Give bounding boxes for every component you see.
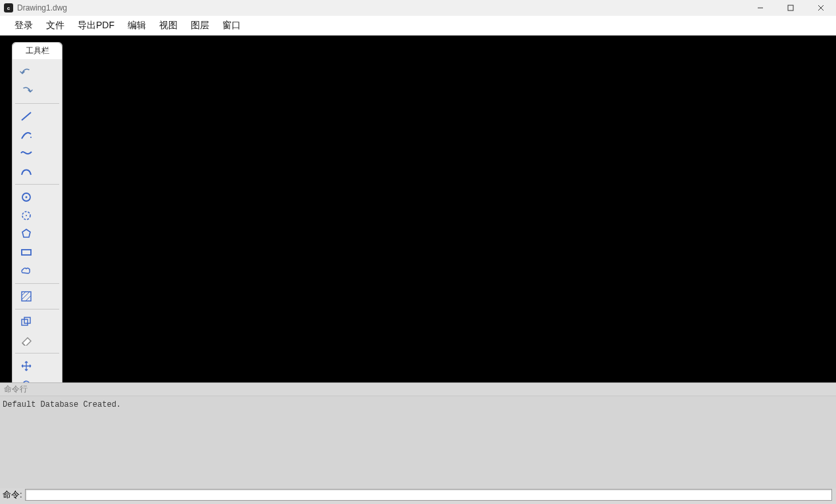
redo-icon (20, 85, 33, 96)
titlebar: c Drawing1.dwg (0, 0, 836, 16)
toolbox-panel: 工具栏 (12, 42, 62, 382)
command-input-row: 命令: (0, 488, 836, 504)
svg-point-9 (26, 215, 27, 216)
drawing-canvas[interactable]: 工具栏 (0, 35, 836, 382)
rectangle-icon (20, 247, 33, 258)
svg-point-7 (26, 196, 28, 198)
undo-button[interactable] (16, 64, 36, 81)
menubar: 登录 文件 导出PDF 编辑 视图 图层 窗口 (0, 16, 836, 35)
toolbox-body (12, 59, 62, 382)
minimize-icon (757, 5, 764, 11)
spline-tool[interactable] (16, 145, 36, 162)
erase-tool[interactable] (16, 332, 36, 349)
command-log[interactable]: Default Database Created. (0, 396, 836, 488)
move-icon (20, 360, 32, 372)
menu-file[interactable]: 文件 (39, 16, 71, 35)
menu-export-pdf[interactable]: 导出PDF (71, 16, 121, 35)
eraser-icon (20, 335, 33, 346)
rotate-tool[interactable] (16, 376, 36, 382)
line-icon (20, 110, 33, 122)
command-panel: 命令行 Default Database Created. 命令: (0, 382, 836, 504)
spline-icon (20, 147, 33, 159)
svg-line-4 (22, 112, 31, 120)
command-prompt-label: 命令: (3, 489, 22, 501)
window-title: Drawing1.dwg (17, 3, 67, 12)
svg-marker-10 (22, 229, 30, 237)
copy-icon (20, 316, 33, 328)
cloud-icon (20, 265, 33, 276)
copy-tool[interactable] (16, 313, 36, 331)
svg-rect-1 (788, 5, 793, 11)
polyline-tool[interactable] (16, 126, 36, 143)
close-icon (818, 5, 824, 11)
menu-login[interactable]: 登录 (8, 16, 39, 35)
command-input[interactable] (25, 489, 832, 501)
app-icon: c (4, 3, 13, 12)
hatch-tool[interactable] (16, 288, 36, 305)
menu-layer[interactable]: 图层 (184, 16, 216, 35)
menu-window[interactable]: 窗口 (216, 16, 247, 35)
minimize-button[interactable] (745, 0, 775, 16)
maximize-icon (787, 5, 794, 11)
move-tool[interactable] (16, 357, 36, 375)
hatch-icon (20, 290, 32, 302)
arc-tool[interactable] (16, 163, 36, 180)
circle-icon (20, 191, 32, 203)
rectangle-tool[interactable] (16, 244, 36, 261)
close-button[interactable] (806, 0, 836, 16)
rotate-icon (20, 378, 32, 382)
window-controls (745, 0, 836, 16)
svg-rect-11 (22, 250, 31, 255)
command-panel-header: 命令行 (0, 383, 836, 396)
svg-point-5 (30, 137, 32, 138)
donut-icon (20, 210, 32, 221)
polyline-icon (20, 129, 33, 141)
maximize-button[interactable] (775, 0, 806, 16)
circle-tool[interactable] (16, 189, 36, 206)
donut-tool[interactable] (16, 207, 36, 224)
toolbox-tab[interactable]: 工具栏 (12, 42, 62, 59)
line-tool[interactable] (16, 108, 36, 125)
svg-rect-12 (22, 292, 31, 301)
arc-icon (20, 166, 33, 177)
undo-icon (20, 67, 33, 78)
polygon-icon (20, 228, 32, 240)
revision-cloud-tool[interactable] (16, 262, 36, 279)
menu-edit[interactable]: 编辑 (121, 16, 153, 35)
redo-button[interactable] (16, 82, 36, 99)
menu-view[interactable]: 视图 (153, 16, 184, 35)
polygon-tool[interactable] (16, 225, 36, 242)
